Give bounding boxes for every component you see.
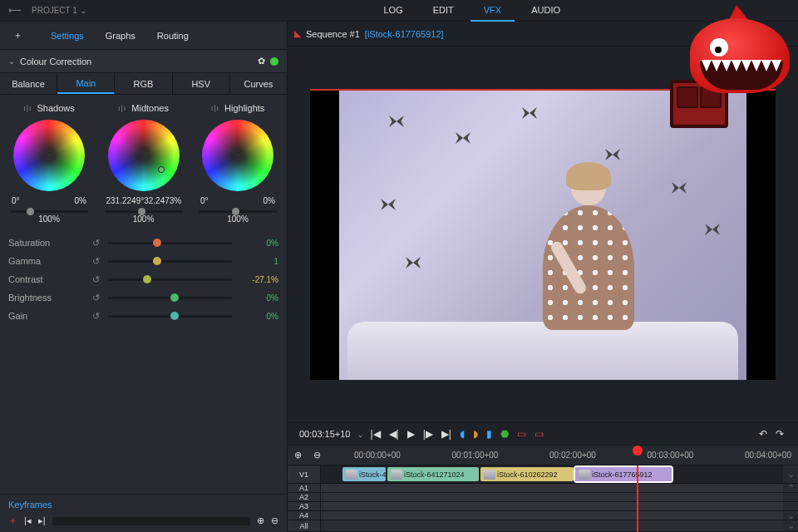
ruler-tick: 00:04:00+00 bbox=[745, 451, 791, 460]
marker-a-icon[interactable]: ▭ bbox=[515, 428, 529, 440]
ruler-tick: 00:00:00+00 bbox=[354, 451, 401, 460]
highlights-amount-slider[interactable] bbox=[199, 210, 277, 213]
reset-icon[interactable]: ↺ bbox=[90, 238, 101, 249]
shadows-wheel[interactable] bbox=[13, 120, 85, 191]
bars-icon: ı|ı bbox=[23, 104, 32, 112]
time-ruler[interactable]: 00:00:00+00 00:01:00+00 00:02:00+00 00:0… bbox=[332, 451, 791, 460]
enabled-indicator[interactable] bbox=[270, 57, 278, 66]
saturation-slider[interactable] bbox=[108, 242, 232, 244]
brightness-label: Brightness bbox=[8, 293, 83, 303]
step-back-icon[interactable]: ◀| bbox=[387, 428, 401, 440]
gamma-row: Gamma ↺ 1 bbox=[8, 252, 278, 270]
goto-start-icon[interactable]: |◀ bbox=[367, 428, 382, 440]
clip[interactable]: iStock-641271024 bbox=[387, 467, 479, 481]
saturation-label: Saturation bbox=[8, 238, 83, 248]
midtones-amount-slider[interactable] bbox=[105, 210, 183, 213]
section-header[interactable]: ⌄ Colour Correction ✿ bbox=[0, 50, 287, 73]
mode-tab-vfx[interactable]: VFX bbox=[470, 0, 515, 22]
bookmark-icon[interactable]: ◣ bbox=[294, 28, 301, 39]
highlights-degrees: 0° bbox=[200, 196, 209, 205]
marker-b-icon[interactable]: ▭ bbox=[532, 428, 546, 440]
audio-track[interactable] bbox=[321, 502, 783, 510]
step-fwd-icon[interactable]: |▶ bbox=[421, 428, 436, 440]
chevron-down-icon[interactable]: ⌄ bbox=[357, 429, 364, 440]
keyframes-title: Keyframes bbox=[8, 500, 278, 510]
track-label-a4[interactable]: A4 bbox=[288, 511, 321, 520]
sequence-clip[interactable]: [iStock-617765912] bbox=[365, 29, 444, 39]
redo-icon[interactable]: ↷ bbox=[773, 428, 786, 440]
track-label-a2[interactable]: A2 bbox=[288, 493, 321, 501]
shadows-amount-slider[interactable] bbox=[10, 210, 88, 213]
reset-icon[interactable]: ↺ bbox=[90, 293, 101, 303]
subtab-hsv[interactable]: HSV bbox=[173, 73, 230, 94]
audio-track[interactable] bbox=[321, 493, 783, 501]
sequence-name[interactable]: Sequence #1 bbox=[306, 29, 360, 39]
video-track[interactable]: iStock-4 iStock-641271024 iStock-6102622… bbox=[321, 466, 783, 483]
clip[interactable]: iStock-4 bbox=[342, 467, 386, 481]
mark-out-icon[interactable]: ◗ bbox=[470, 428, 480, 440]
mode-tab-edit[interactable]: EDIT bbox=[420, 0, 467, 22]
all-track[interactable] bbox=[321, 520, 783, 531]
cue-icon[interactable]: ⬣ bbox=[498, 428, 511, 440]
expand-icon[interactable]: ⌃ bbox=[783, 484, 798, 492]
reset-icon[interactable]: ↺ bbox=[90, 256, 101, 267]
brightness-slider[interactable] bbox=[108, 297, 232, 299]
gamma-slider[interactable] bbox=[108, 260, 232, 263]
gamma-label: Gamma bbox=[8, 256, 83, 266]
track-label-v1[interactable]: V1 bbox=[288, 466, 321, 483]
mode-tab-log[interactable]: LOG bbox=[370, 0, 416, 22]
panel-tab-routing[interactable]: Routing bbox=[149, 26, 197, 46]
midtones-amount: 100% bbox=[105, 214, 183, 224]
zoom-in-icon[interactable]: ⊕ bbox=[257, 515, 264, 526]
zoom-out-icon[interactable]: ⊖ bbox=[271, 515, 278, 526]
prev-keyframe-icon[interactable]: |◂ bbox=[24, 515, 32, 526]
subtab-balance[interactable]: Balance bbox=[0, 73, 57, 94]
audio-track[interactable] bbox=[321, 511, 783, 520]
reset-icon[interactable]: ↺ bbox=[90, 311, 101, 322]
play-icon[interactable]: ▶ bbox=[405, 428, 417, 440]
project-selector[interactable]: PROJECT 1 ⌄ bbox=[32, 6, 86, 15]
contrast-slider[interactable] bbox=[108, 278, 232, 281]
midtones-wheel-group: ı|ıMidtones 231.2249°32.2473% 100% bbox=[98, 100, 190, 230]
subtab-curves[interactable]: Curves bbox=[230, 73, 287, 94]
gain-slider[interactable] bbox=[108, 315, 232, 318]
track-label-all[interactable]: All bbox=[288, 520, 321, 531]
expand-icon[interactable]: ⌄ bbox=[783, 511, 798, 520]
add-keyframe-icon[interactable]: ＋ bbox=[8, 515, 17, 527]
goto-end-icon[interactable]: ▶| bbox=[439, 428, 454, 440]
reset-icon[interactable]: ↺ bbox=[90, 274, 101, 285]
zoom-in-icon[interactable]: ⊕ bbox=[294, 450, 302, 461]
panel-tab-settings[interactable]: Settings bbox=[42, 26, 92, 46]
flag-icon[interactable]: ▮ bbox=[484, 428, 495, 440]
brightness-value: 0% bbox=[239, 293, 278, 303]
expand-icon[interactable]: ⌄ bbox=[783, 520, 798, 531]
next-keyframe-icon[interactable]: ▸| bbox=[38, 515, 46, 526]
playhead[interactable] bbox=[637, 466, 638, 532]
highlights-wheel[interactable] bbox=[202, 120, 273, 191]
track-label-a1[interactable]: A1 bbox=[288, 484, 321, 492]
midtones-wheel[interactable] bbox=[108, 120, 180, 191]
mode-tab-audio[interactable]: AUDIO bbox=[518, 0, 574, 22]
viewer[interactable] bbox=[310, 89, 776, 380]
highlights-amount: 100% bbox=[199, 214, 277, 224]
keyframe-timeline[interactable] bbox=[52, 517, 250, 525]
shadows-degrees: 0° bbox=[12, 196, 20, 205]
zoom-out-icon[interactable]: ⊖ bbox=[313, 450, 321, 461]
subtab-rgb[interactable]: RGB bbox=[115, 73, 172, 94]
subtab-main[interactable]: Main bbox=[57, 73, 115, 94]
highlights-wheel-group: ı|ıHighlights 0°0% 100% bbox=[192, 100, 283, 230]
mark-in-icon[interactable]: ◖ bbox=[457, 428, 467, 440]
contrast-label: Contrast bbox=[8, 274, 83, 284]
gear-icon[interactable]: ✿ bbox=[258, 56, 265, 66]
saturation-row: Saturation ↺ 0% bbox=[8, 234, 278, 252]
add-effect-icon[interactable]: ＋ bbox=[13, 29, 22, 42]
clip-selected[interactable]: iStock-617765912 bbox=[575, 467, 672, 481]
timecode[interactable]: 00:03:15+10 bbox=[299, 429, 350, 439]
undo-icon[interactable]: ↶ bbox=[756, 428, 770, 440]
audio-track[interactable] bbox=[321, 484, 783, 492]
expand-icon[interactable]: ⌄ bbox=[783, 466, 798, 483]
panel-tab-graphs[interactable]: Graphs bbox=[97, 26, 144, 46]
track-label-a3[interactable]: A3 bbox=[288, 502, 321, 510]
clip[interactable]: iStock-610262292 bbox=[480, 467, 574, 481]
back-icon[interactable]: ⟵ bbox=[8, 5, 22, 16]
